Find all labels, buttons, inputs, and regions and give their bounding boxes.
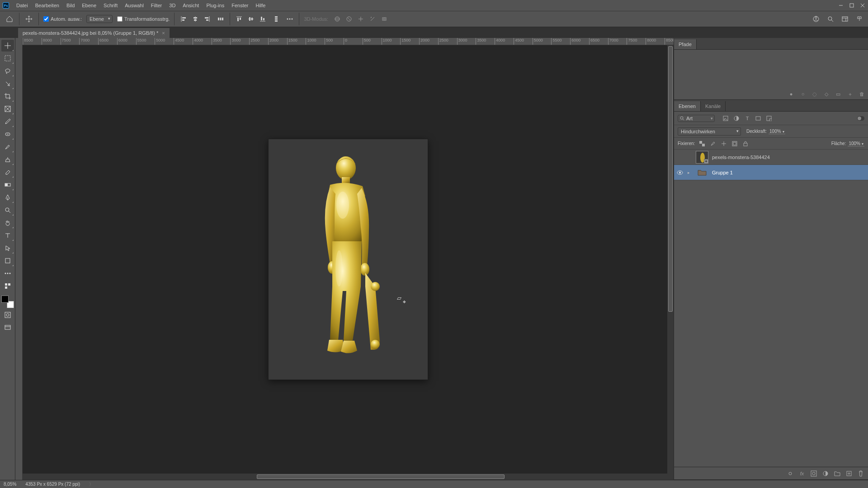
document-tab[interactable]: pexels-monstera-5384424.jpg bei 8,05% (G… [18,28,170,38]
color-swatches[interactable] [1,296,14,308]
align-hcenter-button[interactable] [191,14,200,23]
new-layer-button[interactable] [845,470,853,477]
fill-path-button[interactable]: ● [788,90,795,98]
threed-pan-button[interactable] [356,14,365,23]
window-maximize-button[interactable] [846,0,857,11]
type-tool[interactable] [1,230,14,241]
menu-file[interactable]: Datei [13,0,32,11]
zoom-tool[interactable] [1,204,14,216]
filter-shape-icon[interactable] [755,115,762,122]
align-left-button[interactable] [179,14,188,23]
filter-type-icon[interactable]: T [744,115,751,122]
share-button[interactable] [854,14,864,24]
align-top-button[interactable] [235,14,244,23]
delete-path-button[interactable]: 🗑 [858,90,865,98]
paths-tab[interactable]: Pfade [674,39,697,49]
align-vcenter-button[interactable] [246,14,255,23]
menu-type[interactable]: Schrift [100,0,121,11]
threed-zoom-button[interactable] [380,14,389,23]
quickmask-button[interactable] [1,309,14,321]
doc-info-flyout-button[interactable]: 〉 [89,481,94,488]
brush-tool[interactable] [1,141,14,153]
eyedropper-tool[interactable] [1,116,14,127]
new-adjustment-layer-button[interactable] [822,470,829,477]
path-select-tool[interactable] [1,242,14,254]
group-expand-toggle[interactable]: ▸ [688,170,692,175]
threed-slide-button[interactable] [368,14,377,23]
fill-value-input[interactable]: 100% [848,141,864,146]
quick-select-tool[interactable] [1,78,14,89]
layer-fx-button[interactable]: fx [798,470,806,477]
layers-tab[interactable]: Ebenen [674,101,701,111]
new-path-button[interactable]: ＋ [846,90,854,98]
gradient-tool[interactable] [1,179,14,191]
crop-tool[interactable] [1,90,14,102]
workspace-switcher-button[interactable] [840,14,850,24]
screenmode-button[interactable] [1,322,14,333]
close-tab-button[interactable]: × [162,30,165,36]
auto-select-checkbox[interactable]: Autom. ausw.: [43,16,82,22]
layer-row[interactable]: ▸ Gruppe 1 [674,165,868,180]
auto-select-target-dropdown[interactable]: Ebene [86,15,113,23]
shape-tool[interactable] [1,255,14,267]
move-tool[interactable] [1,40,14,52]
pen-tool[interactable] [1,192,14,203]
delete-layer-button[interactable] [857,470,864,477]
align-right-button[interactable] [203,14,212,23]
menu-layer[interactable]: Ebene [78,0,100,11]
layer-visibility-toggle[interactable] [677,169,684,176]
healing-brush-tool[interactable] [1,128,14,140]
layer-name-label[interactable]: Gruppe 1 [712,170,733,175]
foreground-color-swatch[interactable] [1,296,9,303]
channels-tab[interactable]: Kanäle [701,101,726,111]
menu-image[interactable]: Bild [63,0,78,11]
add-mask-from-path-button[interactable]: ▭ [835,90,842,98]
lock-pixels-button[interactable] [709,140,717,147]
menu-help[interactable]: Hilfe [252,0,269,11]
clone-stamp-tool[interactable] [1,154,14,165]
menu-window[interactable]: Fenster [228,0,252,11]
more-align-button[interactable] [285,14,294,23]
transform-controls-checkbox[interactable]: Transformationsstrg. [117,16,170,22]
eraser-tool[interactable] [1,166,14,178]
search-button[interactable] [826,14,835,24]
marquee-tool[interactable] [1,52,14,64]
menu-select[interactable]: Auswahl [121,0,147,11]
more-tools-button[interactable] [1,267,14,279]
menu-edit[interactable]: Bearbeiten [32,0,63,11]
blend-mode-dropdown[interactable]: Hindurchwirken [678,127,741,136]
canvas-viewport[interactable]: ▱✥ [23,45,674,474]
filter-toggle-switch[interactable] [857,115,864,122]
filter-adjust-icon[interactable] [733,115,740,122]
doc-info-label[interactable]: 4353 Px x 6529 Px (72 ppi) [25,482,80,487]
new-group-button[interactable] [834,470,841,477]
lock-artboard-button[interactable] [731,140,738,147]
align-bottom-button[interactable] [258,14,267,23]
window-close-button[interactable] [857,0,868,11]
filter-smart-icon[interactable] [765,115,773,122]
distribute-v-button[interactable] [272,14,281,23]
layer-thumbnail[interactable] [696,151,708,164]
lock-transparency-button[interactable] [698,140,706,147]
stroke-path-button[interactable]: ○ [799,90,807,98]
menu-plugins[interactable]: Plug-ins [203,0,228,11]
menu-filter[interactable]: Filter [147,0,165,11]
distribute-h-button[interactable] [216,14,225,23]
filter-pixel-icon[interactable] [722,115,729,122]
layer-row[interactable]: pexels-monstera-5384424 [674,150,868,165]
group-thumbnail[interactable] [696,166,708,179]
window-minimize-button[interactable] [835,0,846,11]
vertical-scrollbar[interactable] [667,45,674,474]
cloud-docs-button[interactable] [811,14,821,24]
threed-roll-button[interactable] [344,14,354,23]
zoom-level-field[interactable]: 8,05% [4,482,16,487]
threed-orbit-button[interactable] [333,14,342,23]
hand-tool[interactable] [1,217,14,229]
link-layers-button[interactable] [787,470,794,477]
selection-to-path-button[interactable]: ◇ [823,90,830,98]
lock-all-button[interactable] [742,140,749,147]
menu-view[interactable]: Ansicht [179,0,203,11]
home-button[interactable] [5,14,14,24]
horizontal-scrollbar[interactable] [23,474,674,480]
path-to-selection-button[interactable]: ◌ [811,90,818,98]
